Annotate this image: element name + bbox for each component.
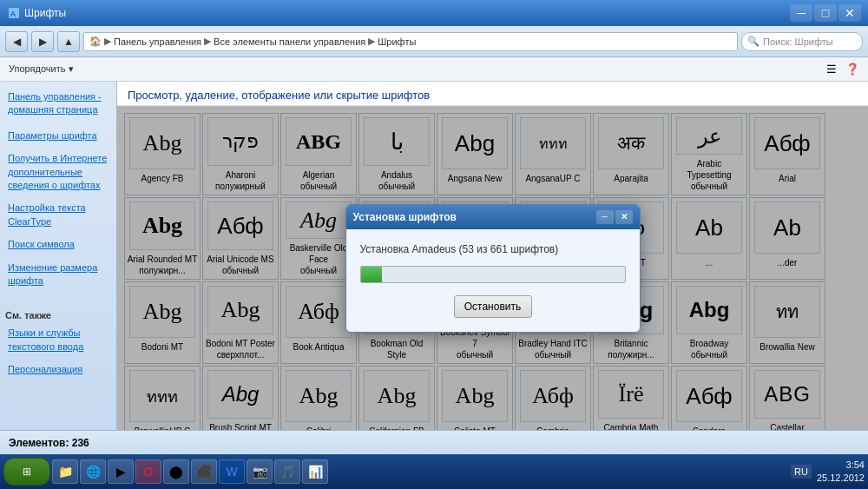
word-icon: W xyxy=(223,463,240,480)
app2-icon: 📷 xyxy=(251,463,268,480)
taskbar-explorer[interactable]: 📁 xyxy=(52,459,78,484)
window-title: Шрифты xyxy=(24,7,66,19)
content-area: Просмотр, удаление, отображение или скры… xyxy=(117,82,868,430)
path-part-2[interactable]: Все элементы панели управления xyxy=(214,36,365,47)
app1-icon: ⬛ xyxy=(195,463,213,480)
taskbar-app2[interactable]: 📷 xyxy=(247,459,273,484)
status-bar: Элементов: 236 xyxy=(0,430,868,454)
title-bar-controls: ─ □ ✕ xyxy=(790,4,861,22)
also-section-title: См. также xyxy=(5,310,111,320)
app-icon: A xyxy=(7,6,21,20)
start-button[interactable]: ⊞ xyxy=(3,458,50,486)
sidebar-item-languages[interactable]: Языки и службы текстового ввода xyxy=(5,325,111,355)
dialog-text: Установка Amadeus (53 из 661 шрифтов) xyxy=(360,243,626,255)
taskbar-opera[interactable]: O xyxy=(135,459,161,484)
search-icon: 🔍 xyxy=(747,36,760,47)
sidebar-item-size[interactable]: Изменение размера шрифта xyxy=(5,260,111,290)
taskbar-media[interactable]: ▶ xyxy=(108,459,134,484)
taskbar-app3[interactable]: 🎵 xyxy=(274,459,300,484)
back-button[interactable]: ◀ xyxy=(5,31,28,52)
dialog-controls: ─ ✕ xyxy=(596,210,633,224)
sidebar-item-home[interactable]: Панель управления - домашняя страница xyxy=(5,89,111,119)
start-icon: ⊞ xyxy=(23,466,31,478)
sidebar-item-personalization[interactable]: Персонализация xyxy=(5,361,111,378)
forward-button[interactable]: ▶ xyxy=(31,31,54,52)
sidebar-item-params[interactable]: Параметры шрифта xyxy=(5,128,111,144)
taskbar-app4[interactable]: 📊 xyxy=(302,459,328,484)
path-home-icon: 🏠 xyxy=(89,36,102,47)
help-icon[interactable]: ❓ xyxy=(845,63,859,76)
sort-button[interactable]: Упорядочить ▾ xyxy=(9,63,74,75)
ie-icon: 🌐 xyxy=(84,463,102,480)
dialog-content: Установка Amadeus (53 из 661 шрифтов) Ос… xyxy=(346,229,640,332)
sidebar-item-symbol[interactable]: Поиск символа xyxy=(5,236,111,253)
page-header-text: Просмотр, удаление, отображение или скры… xyxy=(128,89,430,102)
toolbar-row: Упорядочить ▾ ☰ ❓ xyxy=(0,57,868,82)
sidebar-item-cleartype[interactable]: Настройка текста ClearType xyxy=(5,200,111,230)
media-icon: ▶ xyxy=(112,463,129,480)
path-part-1[interactable]: Панель управления xyxy=(114,36,201,47)
view-icon[interactable]: ☰ xyxy=(826,63,837,76)
clock: 3:54 25.12.2012 xyxy=(817,459,865,486)
taskbar-right: RU 3:54 25.12.2012 xyxy=(791,459,865,486)
minimize-button[interactable]: ─ xyxy=(790,4,812,22)
sidebar: Панель управления - домашняя страница Па… xyxy=(0,82,117,430)
sidebar-item-online[interactable]: Получить в Интернете дополнительные свед… xyxy=(5,150,111,194)
dialog-title: Установка шрифтов xyxy=(353,211,457,223)
status-count: Элементов: 236 xyxy=(9,437,89,449)
opera-icon: O xyxy=(140,463,157,480)
address-path[interactable]: 🏠 ▶ Панель управления ▶ Все элементы пан… xyxy=(83,32,738,51)
chrome-icon: ⬤ xyxy=(168,463,185,480)
search-box[interactable]: 🔍 Поиск: Шрифты xyxy=(741,32,863,51)
page-header: Просмотр, удаление, отображение или скры… xyxy=(117,82,868,106)
taskbar-chrome[interactable]: ⬤ xyxy=(163,459,189,484)
taskbar-app1[interactable]: ⬛ xyxy=(191,459,217,484)
up-button[interactable]: ▲ xyxy=(57,31,80,52)
dialog-footer: Остановить xyxy=(360,295,626,318)
path-part-3[interactable]: Шрифты xyxy=(378,36,416,47)
close-button[interactable]: ✕ xyxy=(838,4,861,22)
dialog-minimize[interactable]: ─ xyxy=(596,210,614,224)
app4-icon: 📊 xyxy=(306,463,324,480)
title-bar: A Шрифты ─ □ ✕ xyxy=(0,0,868,26)
app3-icon: 🎵 xyxy=(279,463,296,480)
clock-date: 25.12.2012 xyxy=(817,472,865,485)
svg-text:A: A xyxy=(10,10,16,18)
search-placeholder: Поиск: Шрифты xyxy=(763,36,833,47)
dialog-close[interactable]: ✕ xyxy=(615,210,633,224)
taskbar: ⊞ 📁 🌐 ▶ O ⬤ ⬛ W 📷 🎵 📊 RU 3:54 25.12.2012 xyxy=(0,454,868,489)
address-bar: ◀ ▶ ▲ 🏠 ▶ Панель управления ▶ Все элемен… xyxy=(0,26,868,57)
progress-bar xyxy=(361,267,382,282)
dialog-titlebar: Установка шрифтов ─ ✕ xyxy=(346,205,640,229)
taskbar-word[interactable]: W xyxy=(219,459,245,484)
install-dialog: Установка шрифтов ─ ✕ Установка Amadeus … xyxy=(345,204,641,333)
lang-indicator: RU xyxy=(791,465,812,479)
progress-container xyxy=(360,266,626,283)
maximize-button[interactable]: □ xyxy=(814,4,837,22)
title-bar-left: A Шрифты xyxy=(7,6,790,20)
clock-time: 3:54 xyxy=(817,459,865,472)
explorer-icon: 📁 xyxy=(56,463,74,480)
dialog-overlay: Установка шрифтов ─ ✕ Установка Amadeus … xyxy=(117,106,868,430)
stop-button[interactable]: Остановить xyxy=(454,295,532,318)
taskbar-ie[interactable]: 🌐 xyxy=(80,459,106,484)
